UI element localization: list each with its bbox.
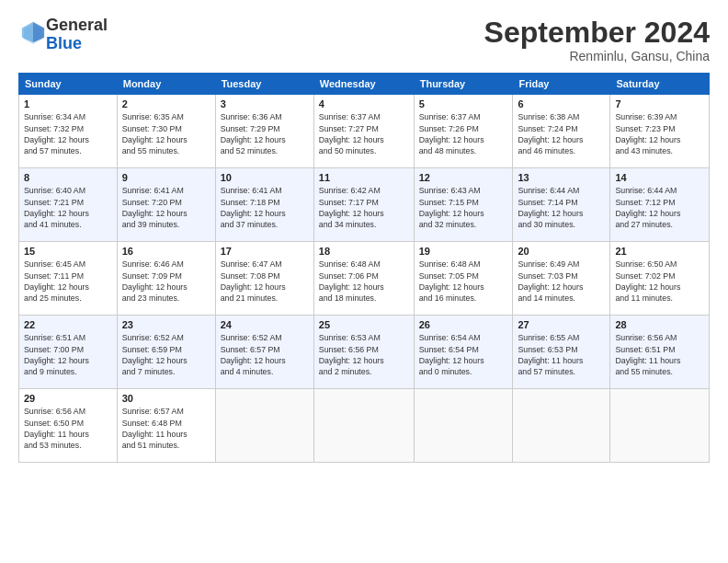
header-tuesday: Tuesday: [215, 74, 313, 95]
table-row: [513, 389, 610, 463]
table-row: 14Sunrise: 6:44 AM Sunset: 7:12 PM Dayli…: [610, 168, 710, 242]
header-sunday: Sunday: [19, 74, 118, 95]
day-info: Sunrise: 6:49 AM Sunset: 7:03 PM Dayligh…: [518, 259, 605, 304]
day-info: Sunrise: 6:43 AM Sunset: 7:15 PM Dayligh…: [419, 185, 508, 230]
table-row: 10Sunrise: 6:41 AM Sunset: 7:18 PM Dayli…: [215, 168, 313, 242]
day-info: Sunrise: 6:44 AM Sunset: 7:12 PM Dayligh…: [615, 185, 704, 230]
day-number: 6: [518, 98, 605, 109]
day-info: Sunrise: 6:46 AM Sunset: 7:09 PM Dayligh…: [122, 259, 210, 304]
day-number: 11: [319, 172, 409, 183]
table-row: 28Sunrise: 6:56 AM Sunset: 6:51 PM Dayli…: [610, 316, 710, 389]
table-row: 5Sunrise: 6:37 AM Sunset: 7:26 PM Daylig…: [414, 95, 513, 168]
calendar-header-row: Sunday Monday Tuesday Wednesday Thursday…: [19, 74, 710, 95]
table-row: 23Sunrise: 6:52 AM Sunset: 6:59 PM Dayli…: [117, 316, 215, 389]
day-number: 3: [221, 98, 309, 109]
day-number: 30: [122, 393, 210, 404]
day-number: 23: [122, 319, 210, 330]
day-number: 21: [615, 246, 704, 257]
day-number: 1: [24, 98, 112, 109]
day-info: Sunrise: 6:38 AM Sunset: 7:24 PM Dayligh…: [518, 111, 605, 156]
table-row: 22Sunrise: 6:51 AM Sunset: 7:00 PM Dayli…: [19, 316, 118, 389]
table-row: 7Sunrise: 6:39 AM Sunset: 7:23 PM Daylig…: [610, 95, 710, 168]
table-row: 2Sunrise: 6:35 AM Sunset: 7:30 PM Daylig…: [117, 95, 215, 168]
table-row: 3Sunrise: 6:36 AM Sunset: 7:29 PM Daylig…: [215, 95, 313, 168]
day-info: Sunrise: 6:39 AM Sunset: 7:23 PM Dayligh…: [615, 111, 704, 156]
day-info: Sunrise: 6:45 AM Sunset: 7:11 PM Dayligh…: [24, 259, 112, 304]
day-info: Sunrise: 6:36 AM Sunset: 7:29 PM Dayligh…: [221, 111, 309, 156]
day-info: Sunrise: 6:56 AM Sunset: 6:50 PM Dayligh…: [24, 406, 112, 451]
day-info: Sunrise: 6:40 AM Sunset: 7:21 PM Dayligh…: [24, 185, 112, 230]
logo: General Blue: [18, 17, 108, 53]
day-number: 19: [419, 246, 508, 257]
table-row: 8Sunrise: 6:40 AM Sunset: 7:21 PM Daylig…: [19, 168, 118, 242]
day-number: 12: [419, 172, 508, 183]
day-info: Sunrise: 6:52 AM Sunset: 6:59 PM Dayligh…: [122, 332, 210, 377]
table-row: 21Sunrise: 6:50 AM Sunset: 7:02 PM Dayli…: [610, 242, 710, 316]
day-info: Sunrise: 6:48 AM Sunset: 7:06 PM Dayligh…: [319, 259, 409, 304]
day-number: 25: [319, 319, 409, 330]
day-info: Sunrise: 6:54 AM Sunset: 6:54 PM Dayligh…: [419, 332, 508, 377]
table-row: 25Sunrise: 6:53 AM Sunset: 6:56 PM Dayli…: [313, 316, 414, 389]
day-number: 26: [419, 319, 508, 330]
calendar-week-2: 8Sunrise: 6:40 AM Sunset: 7:21 PM Daylig…: [19, 168, 710, 242]
logo-blue-text: Blue: [46, 34, 82, 52]
day-info: Sunrise: 6:52 AM Sunset: 6:57 PM Dayligh…: [221, 332, 309, 377]
table-row: 16Sunrise: 6:46 AM Sunset: 7:09 PM Dayli…: [117, 242, 215, 316]
title-section: September 2024 Renminlu, Gansu, China: [484, 17, 710, 63]
header-friday: Friday: [513, 74, 610, 95]
day-info: Sunrise: 6:56 AM Sunset: 6:51 PM Dayligh…: [615, 332, 704, 377]
day-info: Sunrise: 6:35 AM Sunset: 7:30 PM Dayligh…: [122, 111, 210, 156]
svg-marker-1: [33, 22, 44, 42]
day-number: 16: [122, 246, 210, 257]
table-row: [313, 389, 414, 463]
page-header: General Blue September 2024 Renminlu, Ga…: [18, 17, 710, 63]
svg-marker-2: [22, 22, 33, 42]
table-row: 18Sunrise: 6:48 AM Sunset: 7:06 PM Dayli…: [313, 242, 414, 316]
day-number: 13: [518, 172, 605, 183]
day-number: 28: [615, 319, 704, 330]
day-number: 8: [24, 172, 112, 183]
day-number: 17: [221, 246, 309, 257]
header-wednesday: Wednesday: [313, 74, 414, 95]
table-row: 29Sunrise: 6:56 AM Sunset: 6:50 PM Dayli…: [19, 389, 118, 463]
day-number: 2: [122, 98, 210, 109]
logo-icon: [20, 20, 46, 46]
day-number: 7: [615, 98, 704, 109]
header-monday: Monday: [117, 74, 215, 95]
calendar-week-4: 22Sunrise: 6:51 AM Sunset: 7:00 PM Dayli…: [19, 316, 710, 389]
table-row: 6Sunrise: 6:38 AM Sunset: 7:24 PM Daylig…: [513, 95, 610, 168]
day-info: Sunrise: 6:50 AM Sunset: 7:02 PM Dayligh…: [615, 259, 704, 304]
day-number: 20: [518, 246, 605, 257]
day-number: 18: [319, 246, 409, 257]
day-number: 5: [419, 98, 508, 109]
calendar-week-5: 29Sunrise: 6:56 AM Sunset: 6:50 PM Dayli…: [19, 389, 710, 463]
table-row: 26Sunrise: 6:54 AM Sunset: 6:54 PM Dayli…: [414, 316, 513, 389]
table-row: 11Sunrise: 6:42 AM Sunset: 7:17 PM Dayli…: [313, 168, 414, 242]
header-saturday: Saturday: [610, 74, 710, 95]
table-row: 27Sunrise: 6:55 AM Sunset: 6:53 PM Dayli…: [513, 316, 610, 389]
day-info: Sunrise: 6:53 AM Sunset: 6:56 PM Dayligh…: [319, 332, 409, 377]
table-row: 19Sunrise: 6:48 AM Sunset: 7:05 PM Dayli…: [414, 242, 513, 316]
table-row: 13Sunrise: 6:44 AM Sunset: 7:14 PM Dayli…: [513, 168, 610, 242]
day-number: 4: [319, 98, 409, 109]
table-row: 24Sunrise: 6:52 AM Sunset: 6:57 PM Dayli…: [215, 316, 313, 389]
day-info: Sunrise: 6:37 AM Sunset: 7:26 PM Dayligh…: [419, 111, 508, 156]
location: Renminlu, Gansu, China: [484, 49, 710, 63]
day-number: 29: [24, 393, 112, 404]
day-info: Sunrise: 6:51 AM Sunset: 7:00 PM Dayligh…: [24, 332, 112, 377]
table-row: 12Sunrise: 6:43 AM Sunset: 7:15 PM Dayli…: [414, 168, 513, 242]
table-row: 15Sunrise: 6:45 AM Sunset: 7:11 PM Dayli…: [19, 242, 118, 316]
day-number: 10: [221, 172, 309, 183]
table-row: 17Sunrise: 6:47 AM Sunset: 7:08 PM Dayli…: [215, 242, 313, 316]
calendar-week-1: 1Sunrise: 6:34 AM Sunset: 7:32 PM Daylig…: [19, 95, 710, 168]
header-thursday: Thursday: [414, 74, 513, 95]
table-row: 4Sunrise: 6:37 AM Sunset: 7:27 PM Daylig…: [313, 95, 414, 168]
day-number: 14: [615, 172, 704, 183]
table-row: [414, 389, 513, 463]
table-row: [610, 389, 710, 463]
day-info: Sunrise: 6:37 AM Sunset: 7:27 PM Dayligh…: [319, 111, 409, 156]
day-info: Sunrise: 6:41 AM Sunset: 7:20 PM Dayligh…: [122, 185, 210, 230]
day-info: Sunrise: 6:55 AM Sunset: 6:53 PM Dayligh…: [518, 332, 605, 377]
table-row: 9Sunrise: 6:41 AM Sunset: 7:20 PM Daylig…: [117, 168, 215, 242]
day-number: 9: [122, 172, 210, 183]
